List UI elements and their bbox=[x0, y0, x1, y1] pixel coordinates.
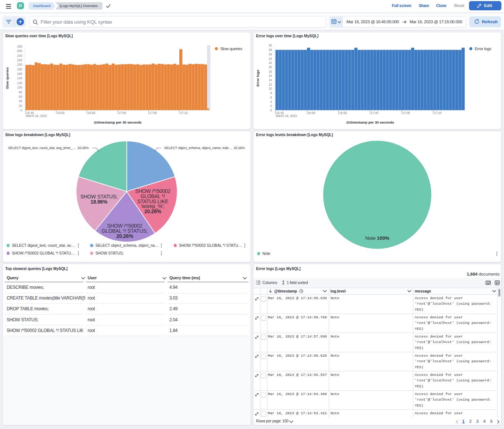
svg-text:16: 16 bbox=[269, 74, 272, 77]
svg-text:28: 28 bbox=[269, 48, 272, 52]
svg-text:2: 2 bbox=[270, 104, 272, 108]
svg-text:120: 120 bbox=[17, 82, 22, 85]
svg-text:24: 24 bbox=[269, 57, 272, 60]
svg-text:SHOW /*!50002: SHOW /*!50002 bbox=[135, 188, 170, 194]
svg-text:260: 260 bbox=[17, 49, 22, 53]
svg-text:8: 8 bbox=[270, 91, 272, 95]
svg-text:@timestamp per 30 seconds: @timestamp per 30 seconds bbox=[94, 120, 142, 124]
svg-text:Slow queries: Slow queries bbox=[5, 67, 9, 89]
svg-text:20.26%: 20.26% bbox=[144, 209, 161, 214]
svg-text:Slow queries: Slow queries bbox=[220, 46, 242, 51]
svg-text:30: 30 bbox=[269, 44, 272, 47]
svg-text:12: 12 bbox=[269, 83, 272, 86]
svg-text:17:10: 17:10 bbox=[434, 111, 442, 115]
svg-text:SELECT object_schema, object_n: SELECT object_schema, object_name, inde…… bbox=[164, 146, 245, 150]
svg-text:280: 280 bbox=[17, 45, 22, 48]
svg-text:16:50: 16:50 bbox=[308, 111, 315, 115]
svg-text:0: 0 bbox=[20, 109, 22, 112]
svg-text:14: 14 bbox=[269, 79, 272, 82]
svg-text:80: 80 bbox=[19, 91, 23, 94]
svg-text:SELECT digest_text, count_star: SELECT digest_text, count_star, avg_time… bbox=[8, 146, 89, 150]
svg-text:March 16, 2023: March 16, 2023 bbox=[26, 114, 47, 118]
svg-text:160: 160 bbox=[17, 72, 22, 76]
svg-text:60: 60 bbox=[19, 95, 23, 98]
svg-text:40: 40 bbox=[19, 100, 23, 103]
svg-text:'wsrep_%';: 'wsrep_%'; bbox=[141, 204, 165, 209]
svg-text:16:55: 16:55 bbox=[88, 111, 96, 115]
svg-text:SHOW STATUS;: SHOW STATUS; bbox=[80, 194, 118, 200]
svg-text:16:45: 16:45 bbox=[26, 111, 34, 115]
svg-text:STATUS LIKE: STATUS LIKE bbox=[137, 199, 168, 204]
svg-text:16:55: 16:55 bbox=[339, 111, 347, 115]
svg-text:GLOBAL */ STATUS;: GLOBAL */ STATUS; bbox=[102, 228, 148, 234]
svg-text:17:05: 17:05 bbox=[403, 111, 410, 115]
svg-text:March 16, 2023: March 16, 2023 bbox=[276, 114, 297, 118]
svg-text:18.96%: 18.96% bbox=[90, 199, 107, 205]
svg-text:20: 20 bbox=[269, 66, 272, 69]
svg-text:20: 20 bbox=[19, 104, 23, 108]
svg-text:140: 140 bbox=[17, 77, 22, 80]
svg-text:Error logs: Error logs bbox=[475, 46, 491, 51]
svg-text:26: 26 bbox=[269, 53, 272, 56]
svg-text:0: 0 bbox=[270, 109, 272, 112]
svg-text:200: 200 bbox=[17, 63, 22, 66]
svg-text:GLOBAL */: GLOBAL */ bbox=[141, 194, 165, 199]
svg-text:17:10: 17:10 bbox=[180, 111, 188, 115]
svg-text:6: 6 bbox=[270, 96, 272, 99]
svg-text:240: 240 bbox=[17, 54, 22, 58]
svg-text:10: 10 bbox=[269, 87, 272, 90]
svg-text:22: 22 bbox=[269, 61, 272, 65]
svg-text:@timestamp per 30 seconds: @timestamp per 30 seconds bbox=[346, 120, 394, 124]
svg-text:180: 180 bbox=[17, 68, 22, 71]
svg-text:SHOW /*!50002: SHOW /*!50002 bbox=[107, 223, 142, 229]
svg-text:20.26%: 20.26% bbox=[116, 233, 133, 239]
svg-text:17:05: 17:05 bbox=[149, 111, 157, 115]
svg-text:Note 100%: Note 100% bbox=[365, 235, 389, 241]
svg-text:17:00: 17:00 bbox=[371, 111, 379, 115]
svg-text:220: 220 bbox=[17, 59, 22, 62]
svg-text:17:00: 17:00 bbox=[118, 111, 126, 115]
svg-text:Error logs: Error logs bbox=[256, 70, 260, 87]
svg-text:18: 18 bbox=[269, 70, 272, 73]
svg-text:16:45: 16:45 bbox=[276, 111, 284, 115]
svg-text:16:50: 16:50 bbox=[57, 111, 65, 115]
svg-text:4: 4 bbox=[270, 100, 272, 104]
svg-text:100: 100 bbox=[17, 86, 22, 89]
